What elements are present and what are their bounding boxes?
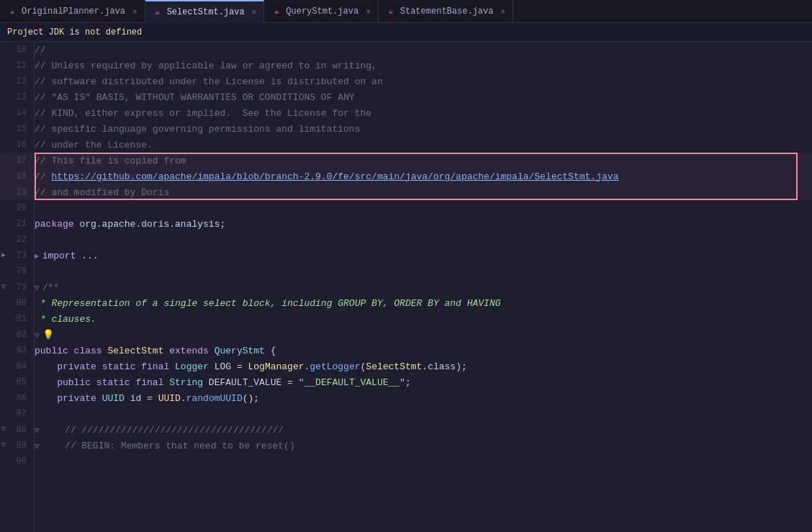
bulb-icon-82[interactable]: 💡 — [42, 329, 54, 341]
code-text-18b: https://github.com/apache/impala/blob/br… — [51, 171, 618, 182]
code-rest-84: .class); — [422, 361, 466, 372]
code-class-84: LogManager — [248, 361, 304, 372]
tab-statement-base[interactable]: ☕ StatementBase.java ✕ — [379, 0, 513, 23]
code-editor-main[interactable]: // // Unless required by applicable law … — [35, 42, 812, 532]
code-var-85: DEFAULT_VALUE = — [209, 377, 299, 388]
fold-inline-88[interactable]: ▽ — [35, 425, 40, 435]
line-num-80: 80 — [0, 298, 34, 308]
tab-label-1: OriginalPlanner.java — [22, 6, 125, 17]
java-icon-3: ☕ — [271, 6, 281, 17]
gutter-line-84: 84 — [0, 359, 34, 374]
code-kw-private-86: private — [57, 393, 102, 404]
code-text-13: // "AS IS" BASIS, WITHOUT WARRANTIES OR … — [35, 92, 355, 103]
fold-icon-23[interactable]: ▶ — [1, 251, 6, 259]
fold-icon-88[interactable]: ▽ — [1, 425, 6, 433]
code-line-82: ▽ 💡 — [35, 327, 812, 343]
line-num-81: 81 — [0, 314, 34, 324]
gutter-line-88: 88 ▽ — [0, 422, 34, 438]
fold-inline-82[interactable]: ▽ — [35, 330, 40, 340]
code-line-79: ▽ /** — [35, 279, 812, 295]
code-type-86: UUID — [102, 393, 130, 404]
code-class-name: SelectStmt — [107, 346, 169, 356]
code-keyword-class: class — [74, 346, 108, 356]
gutter-line-89: 89 ▽ — [0, 438, 34, 454]
code-indent-84 — [35, 361, 57, 372]
gutter-line-23: 23 ▶ — [0, 248, 34, 263]
tab-query-stmt[interactable]: ☕ QueryStmt.java ✕ — [264, 0, 378, 23]
tab-bar: ☕ OriginalPlanner.java ✕ ☕ SelectStmt.ja… — [0, 0, 812, 23]
code-indent-86 — [35, 393, 57, 404]
tab-close-2[interactable]: ✕ — [252, 7, 257, 17]
line-num-21: 21 — [0, 219, 34, 229]
gutter-line-14: 14 — [0, 105, 34, 121]
java-icon-2: ☕ — [153, 7, 163, 17]
code-brace-83: { — [265, 346, 276, 356]
code-type-query: QueryStmt — [215, 346, 265, 356]
code-text-18a: // — [35, 171, 51, 182]
gutter-line-82: 82 — [0, 327, 34, 343]
gutter-line-90: 90 — [0, 454, 34, 469]
line-num-89: 89 ▽ — [0, 441, 34, 451]
line-num-11: 11 — [0, 60, 34, 71]
gutter-line-13: 13 — [0, 89, 34, 105]
gutter-line-80: 80 — [0, 295, 34, 311]
code-kw-final-84: final — [141, 361, 175, 372]
code-line-17: // This file is copied from — [35, 153, 812, 168]
gutter-line-87: 87 — [0, 406, 34, 422]
line-num-85: 85 — [0, 377, 34, 387]
line-num-14: 14 — [0, 108, 34, 118]
fold-inline-89[interactable]: ▽ — [35, 441, 40, 451]
tab-close-1[interactable]: ✕ — [132, 6, 137, 16]
code-line-21: package org.apache.doris.analysis; — [35, 216, 812, 232]
gutter-line-81: 81 — [0, 311, 34, 327]
code-text-79: /** — [42, 282, 59, 293]
fold-inline-23[interactable]: ▶ — [35, 251, 40, 261]
code-text-12: // software distributed under the Licens… — [35, 76, 383, 87]
code-text-81: * clauses. — [35, 314, 96, 325]
tab-label-3: QueryStmt.java — [286, 6, 358, 17]
fold-inline-79[interactable]: ▽ — [35, 283, 40, 292]
code-line-23: ▶ import ... — [35, 248, 812, 263]
tab-close-4[interactable]: ✕ — [500, 6, 505, 16]
code-kw-final-85: final — [135, 377, 169, 388]
code-kw-static-84: static — [102, 361, 142, 372]
code-class-86: UUID — [158, 393, 181, 404]
line-num-22: 22 — [0, 235, 34, 245]
code-line-11: // Unless required by applicable law or … — [35, 58, 812, 73]
code-line-12: // software distributed under the Licens… — [35, 73, 812, 89]
code-line-89: ▽ // BEGIN: Members that need to be rese… — [35, 438, 812, 454]
gutter-line-15: 15 — [0, 121, 34, 137]
fold-icon-79[interactable]: ▽ — [1, 282, 6, 291]
tab-select-stmt[interactable]: ☕ SelectStmt.java ✕ — [145, 0, 265, 23]
gutter-line-16: 16 — [0, 137, 34, 153]
code-string-85: "__DEFAULT_VALUE__" — [299, 377, 405, 388]
gutter-line-21: 21 — [0, 216, 34, 232]
code-keyword-extends: extends — [169, 346, 214, 356]
code-line-88: ▽ // ///////////////////////////////////… — [35, 422, 812, 438]
tab-original-planner[interactable]: ☕ OriginalPlanner.java ✕ — [0, 0, 145, 23]
code-var-84: LOG = — [215, 361, 248, 372]
line-num-16: 16 — [0, 140, 34, 150]
gutter-line-79: 79 ▽ — [0, 279, 34, 295]
gutter-line-78: 78 — [0, 263, 34, 279]
code-lines: // // Unless required by applicable law … — [35, 42, 812, 469]
line-num-19: 19 — [0, 187, 34, 197]
code-text-17: // This file is copied from — [35, 155, 186, 166]
code-line-18: // https://github.com/apache/impala/blob… — [35, 168, 812, 184]
code-semi-85: ; — [405, 377, 411, 388]
code-keyword-23: import — [42, 251, 76, 261]
code-keyword-public: public — [35, 346, 74, 356]
fold-icon-89[interactable]: ▽ — [1, 441, 6, 449]
code-line-87 — [35, 406, 812, 422]
code-text-80: * Representation of a single select bloc… — [35, 298, 501, 309]
line-num-83: 83 — [0, 346, 34, 356]
tab-close-3[interactable]: ✕ — [366, 6, 371, 16]
code-type-85: String — [169, 377, 209, 388]
code-line-15: // specific language governing permissio… — [35, 121, 812, 137]
code-dot-86: . — [181, 393, 186, 404]
code-line-78 — [35, 263, 812, 279]
gutter-line-22: 22 — [0, 232, 34, 248]
code-kw-public-85: public — [57, 377, 96, 388]
code-line-80: * Representation of a single select bloc… — [35, 295, 812, 311]
code-line-84: private static final Logger LOG = LogMan… — [35, 359, 812, 374]
